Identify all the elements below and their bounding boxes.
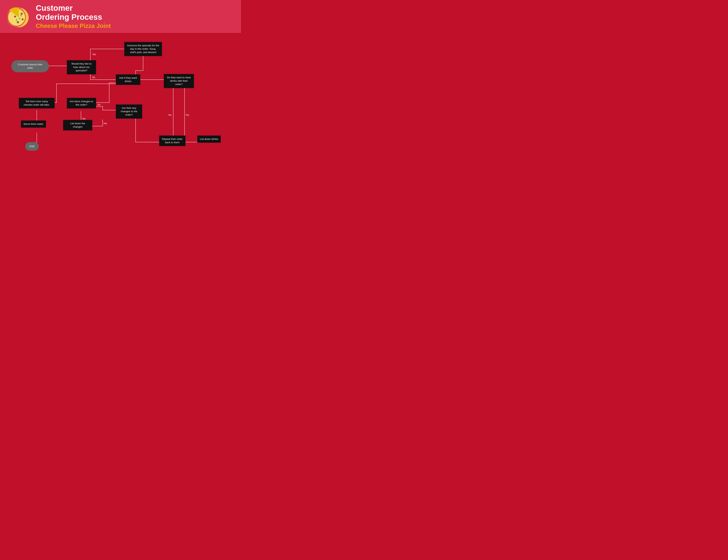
node-list-drinks: List down drinks bbox=[196, 136, 222, 143]
svg-text:No: No bbox=[169, 114, 172, 116]
flowchart-area: Yes No No Yes Yes No Yes bbox=[0, 33, 241, 181]
subtitle: Cheese Please Pizza Joint bbox=[36, 22, 111, 29]
node-specialist: Would they like to hear about our specia… bbox=[67, 60, 96, 74]
node-announce: Anounce the specials for the day in this… bbox=[124, 42, 162, 56]
node-changes1: Are there changes to the order? bbox=[67, 98, 96, 108]
node-changes2: Are their any changes to the order? bbox=[116, 105, 142, 119]
node-list-changes: List down the changes bbox=[63, 120, 92, 131]
node-end: END bbox=[23, 142, 41, 151]
node-serve-water: Serve them water bbox=[19, 121, 48, 128]
svg-text:Yes: Yes bbox=[185, 114, 189, 116]
node-do-drinks: Do they want to have drinks with their o… bbox=[164, 74, 194, 88]
pizza-icon bbox=[8, 5, 30, 28]
svg-point-3 bbox=[14, 16, 16, 18]
node-start: Customer places their order bbox=[11, 60, 49, 72]
svg-point-2 bbox=[17, 21, 19, 23]
svg-point-1 bbox=[21, 13, 23, 15]
svg-text:Yes: Yes bbox=[92, 53, 96, 56]
svg-point-4 bbox=[22, 18, 24, 20]
header-text: Customer Ordering Process Cheese Please … bbox=[36, 4, 111, 30]
svg-text:No: No bbox=[98, 103, 101, 106]
node-repeat-order: Repeat their order back to them bbox=[159, 136, 185, 146]
node-tell-minutes: Tell them how many minutes order will ta… bbox=[19, 98, 55, 108]
svg-text:No: No bbox=[92, 76, 95, 79]
header: Customer Ordering Process Cheese Please … bbox=[0, 0, 241, 33]
svg-text:Yes: Yes bbox=[103, 122, 107, 125]
svg-text:Yes: Yes bbox=[82, 118, 86, 120]
title: Customer Ordering Process bbox=[36, 4, 111, 22]
node-ask-drinks: Ask if they want drinks bbox=[116, 74, 140, 85]
